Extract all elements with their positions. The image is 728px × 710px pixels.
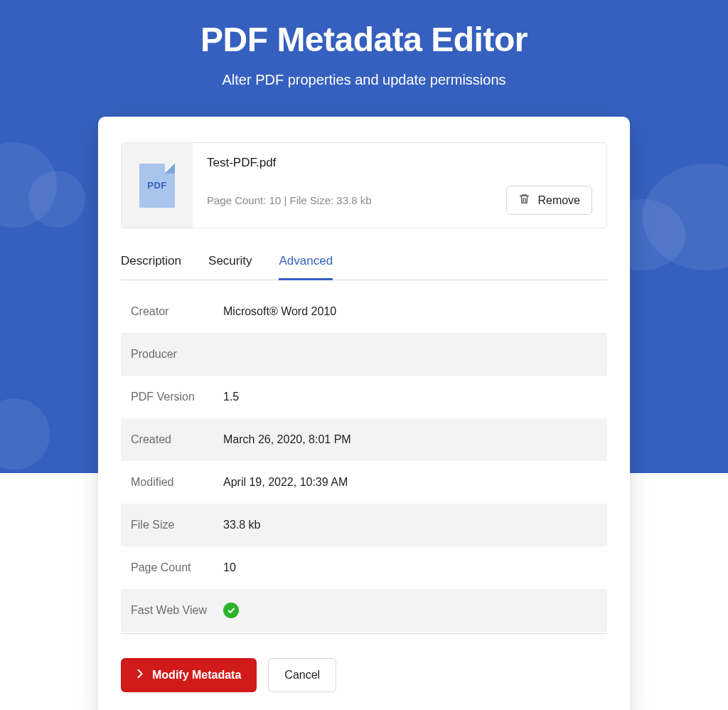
prop-row-pdf-version: PDF Version 1.5	[121, 376, 607, 418]
page-subtitle: Alter PDF properties and update permissi…	[0, 72, 728, 88]
prop-row-file-size: File Size 33.8 kb	[121, 504, 607, 546]
tab-advanced[interactable]: Advanced	[279, 254, 333, 280]
pdf-icon-label: PDF	[147, 180, 167, 191]
prop-row-producer: Producer	[121, 333, 607, 376]
file-info: Test-PDF.pdf Page Count: 10 | File Size:…	[193, 143, 606, 228]
remove-button[interactable]: Remove	[506, 186, 592, 215]
prop-row-fast-web-view: Fast Web View	[121, 589, 607, 632]
prop-label: File Size	[131, 519, 223, 531]
prop-value: Microsoft® Word 2010	[223, 305, 336, 318]
tabs: Description Security Advanced	[121, 254, 607, 280]
actions: Modify Metadata Cancel	[121, 658, 607, 692]
pdf-file-icon: PDF	[139, 164, 175, 208]
prop-row-modified: Modified April 19, 2022, 10:39 AM	[121, 461, 607, 504]
prop-value: 33.8 kb	[223, 519, 260, 531]
file-meta: Page Count: 10 | File Size: 33.8 kb	[207, 194, 372, 206]
modify-metadata-label: Modify Metadata	[152, 669, 241, 682]
prop-label: PDF Version	[131, 391, 223, 403]
prop-value: March 26, 2020, 8:01 PM	[223, 433, 351, 446]
file-row: PDF Test-PDF.pdf Page Count: 10 | File S…	[121, 142, 607, 228]
prop-value: 1.5	[223, 391, 239, 403]
prop-label: Producer	[131, 348, 223, 361]
check-icon	[223, 603, 239, 618]
remove-button-label: Remove	[537, 194, 580, 207]
prop-value	[223, 603, 239, 618]
prop-value: 10	[223, 561, 236, 574]
hero: PDF Metadata Editor Alter PDF properties…	[0, 0, 728, 88]
chevron-right-icon	[136, 669, 144, 682]
file-icon-box: PDF	[122, 143, 193, 228]
properties-list: Creator Microsoft® Word 2010 Producer PD…	[121, 280, 607, 634]
prop-row-page-count: Page Count 10	[121, 546, 607, 589]
tab-security[interactable]: Security	[208, 254, 252, 280]
cancel-button[interactable]: Cancel	[268, 658, 336, 692]
prop-value: April 19, 2022, 10:39 AM	[223, 476, 348, 489]
modify-metadata-button[interactable]: Modify Metadata	[121, 658, 257, 692]
page-title: PDF Metadata Editor	[0, 20, 728, 59]
prop-label: Page Count	[131, 561, 223, 574]
editor-card: PDF Test-PDF.pdf Page Count: 10 | File S…	[98, 117, 630, 710]
prop-label: Created	[131, 433, 223, 446]
prop-row-creator: Creator Microsoft® Word 2010	[121, 290, 607, 333]
cloud-decoration	[0, 398, 50, 470]
tab-description[interactable]: Description	[121, 254, 181, 280]
trash-icon	[518, 193, 530, 208]
file-meta-row: Page Count: 10 | File Size: 33.8 kb Remo…	[207, 186, 592, 215]
prop-label: Creator	[131, 305, 223, 318]
prop-label: Modified	[131, 476, 223, 489]
cloud-decoration	[28, 171, 85, 228]
prop-label: Fast Web View	[131, 604, 223, 617]
prop-row-created: Created March 26, 2020, 8:01 PM	[121, 418, 607, 461]
file-name: Test-PDF.pdf	[207, 156, 592, 170]
